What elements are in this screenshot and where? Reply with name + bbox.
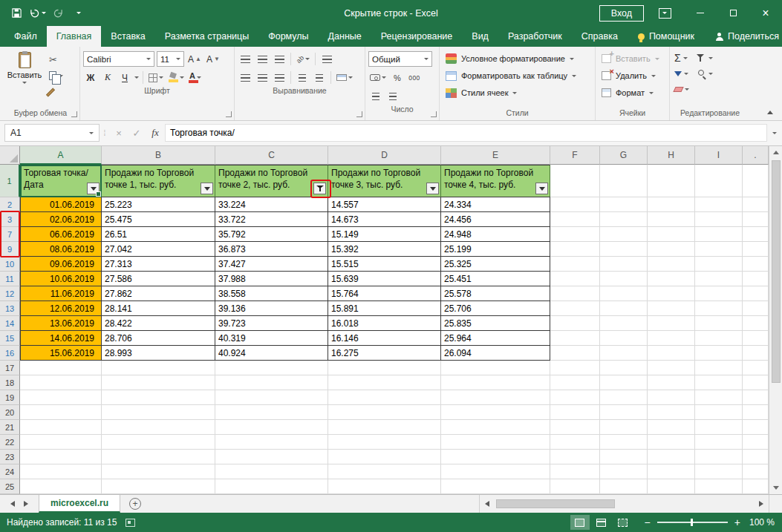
value-cell[interactable]: 24.456 [441, 212, 550, 227]
empty-cell[interactable] [600, 165, 648, 197]
value-cell[interactable]: 39.136 [215, 301, 328, 316]
empty-cell[interactable] [600, 301, 648, 316]
empty-cell[interactable] [600, 464, 648, 479]
row-header-18[interactable]: 18 [0, 375, 20, 390]
value-cell[interactable]: 16.018 [328, 316, 441, 331]
empty-cell[interactable] [600, 197, 648, 212]
empty-cell[interactable] [550, 197, 600, 212]
formula-input[interactable]: Торговая точка/ [165, 124, 767, 142]
fill-color-button[interactable] [167, 70, 186, 85]
tell-me-assistant-button[interactable]: Помощник [628, 26, 705, 47]
header-cell-B[interactable]: Продажи по Торговой точке 1, тыс. руб. [102, 165, 215, 197]
value-cell[interactable]: 15.149 [328, 227, 441, 242]
value-cell[interactable]: 14.673 [328, 212, 441, 227]
column-header-B[interactable]: B [102, 146, 215, 165]
zoom-slider-thumb[interactable] [691, 519, 693, 526]
ribbon-tab-7[interactable]: Разработчик [498, 26, 572, 47]
empty-cell[interactable] [550, 331, 600, 346]
empty-cell[interactable] [550, 301, 600, 316]
empty-cell[interactable] [648, 316, 695, 331]
value-cell[interactable]: 37.427 [215, 257, 328, 272]
empty-cell[interactable] [648, 331, 695, 346]
value-cell[interactable]: 26.094 [441, 346, 550, 361]
empty-cell[interactable] [20, 464, 102, 479]
value-cell[interactable]: 16.146 [328, 331, 441, 346]
value-cell[interactable]: 28.706 [102, 331, 215, 346]
value-cell[interactable]: 28.141 [102, 301, 215, 316]
clipboard-dialog-launcher[interactable] [71, 111, 77, 117]
row-header-25[interactable]: 25 [0, 479, 20, 494]
ribbon-tab-0[interactable]: Главная [47, 26, 102, 47]
value-cell[interactable]: 16.275 [328, 346, 441, 361]
ribbon-tab-8[interactable]: Справка [572, 26, 628, 47]
empty-cell[interactable] [648, 464, 695, 479]
format-painter-button[interactable] [47, 85, 65, 99]
name-box[interactable]: A1 [4, 124, 100, 142]
empty-cell[interactable] [550, 346, 600, 361]
column-header-I[interactable]: I [695, 146, 743, 165]
delete-cells-button[interactable]: Удалить [599, 68, 666, 83]
empty-cell[interactable] [215, 464, 328, 479]
merge-center-button[interactable] [335, 70, 354, 85]
empty-cell[interactable] [600, 390, 648, 405]
empty-cell[interactable] [648, 165, 695, 197]
empty-cell[interactable] [550, 272, 600, 286]
value-cell[interactable]: 15.515 [328, 257, 441, 272]
empty-cell[interactable] [695, 346, 743, 361]
empty-cell[interactable] [441, 435, 550, 450]
empty-cell[interactable] [695, 316, 743, 331]
empty-cell[interactable] [695, 165, 743, 197]
ribbon-tab-2[interactable]: Разметка страницы [155, 26, 258, 47]
empty-cell[interactable] [550, 361, 600, 375]
empty-cell[interactable] [600, 257, 648, 272]
align-bottom-button[interactable] [272, 51, 287, 67]
horizontal-scrollbar[interactable] [479, 495, 769, 513]
comma-style-button[interactable]: 000 [407, 70, 422, 85]
conditional-formatting-button[interactable]: Условное форматирование [443, 51, 592, 66]
row-header-13[interactable]: 13 [0, 301, 20, 316]
row-header-14[interactable]: 14 [0, 316, 20, 331]
value-cell[interactable]: 15.764 [328, 286, 441, 301]
empty-cell[interactable] [600, 286, 648, 301]
sheet-tab-microexcel[interactable]: microexcel.ru [39, 495, 120, 513]
empty-cell[interactable] [695, 420, 743, 435]
empty-cell[interactable] [328, 390, 441, 405]
value-cell[interactable]: 14.557 [328, 197, 441, 212]
value-cell[interactable]: 40.319 [215, 331, 328, 346]
page-break-view-button[interactable] [613, 515, 633, 530]
empty-cell[interactable] [600, 346, 648, 361]
empty-cell[interactable] [695, 227, 743, 242]
row-header-23[interactable]: 23 [0, 450, 20, 464]
empty-cell[interactable] [20, 435, 102, 450]
number-dialog-launcher[interactable] [431, 111, 437, 117]
empty-cell[interactable] [550, 405, 600, 420]
increase-indent-button[interactable] [312, 70, 327, 85]
empty-cell[interactable] [695, 242, 743, 257]
empty-cell[interactable] [648, 390, 695, 405]
empty-cell[interactable] [20, 405, 102, 420]
next-sheet-button[interactable] [24, 501, 28, 507]
column-header-G[interactable]: G [600, 146, 648, 165]
empty-cell[interactable] [743, 197, 769, 212]
empty-cell[interactable] [328, 479, 441, 494]
empty-cell[interactable] [441, 375, 550, 390]
font-color-button[interactable]: А [188, 70, 203, 85]
empty-cell[interactable] [743, 227, 769, 242]
horizontal-scrollbar-track[interactable] [493, 495, 755, 513]
borders-button[interactable] [147, 70, 165, 85]
empty-cell[interactable] [215, 435, 328, 450]
empty-cell[interactable] [695, 212, 743, 227]
empty-cell[interactable] [743, 165, 769, 197]
header-cell-A[interactable]: Торговая точка/ Дата [20, 165, 102, 197]
value-cell[interactable]: 28.993 [102, 346, 215, 361]
page-layout-view-button[interactable] [592, 515, 611, 530]
empty-cell[interactable] [743, 464, 769, 479]
empty-cell[interactable] [328, 405, 441, 420]
select-all-corner[interactable] [0, 146, 20, 165]
empty-cell[interactable] [215, 479, 328, 494]
value-cell[interactable]: 40.924 [215, 346, 328, 361]
empty-cell[interactable] [695, 464, 743, 479]
empty-cell[interactable] [600, 405, 648, 420]
date-cell[interactable]: 12.06.2019 [20, 301, 102, 316]
empty-cell[interactable] [695, 301, 743, 316]
